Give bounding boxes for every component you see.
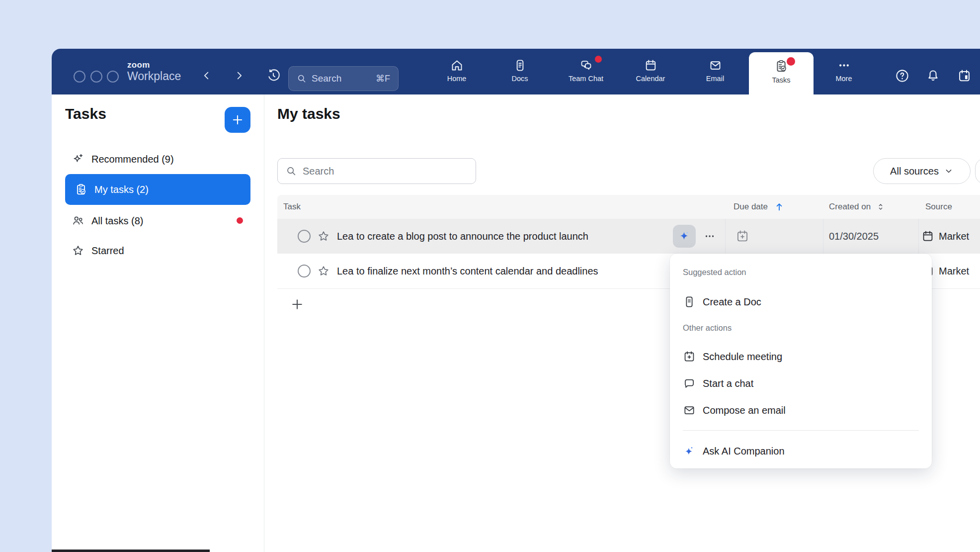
compose-email-icon	[683, 404, 696, 417]
my-tasks-icon	[75, 183, 87, 196]
task-action-menu: Suggested action Create a Doc Other acti…	[670, 254, 932, 468]
nav-calendar-label: Calendar	[636, 75, 665, 83]
menu-item-schedule-meeting[interactable]: Schedule meeting	[675, 345, 927, 368]
add-row-button[interactable]	[286, 293, 308, 315]
cell-divider	[725, 219, 726, 254]
menu-section-other: Other actions	[683, 323, 732, 333]
menu-item-label: Start a chat	[703, 378, 753, 389]
source-cell: Market	[921, 219, 980, 254]
history-icon	[266, 69, 280, 83]
brand-logo: zoom Workplace	[127, 61, 181, 82]
task-title[interactable]: Lea to finalize next month’s content cal…	[337, 254, 598, 288]
menu-item-label: Create a Doc	[703, 296, 761, 308]
source-filter-label: All sources	[890, 166, 939, 177]
nav-team-chat-label: Team Chat	[569, 75, 603, 83]
source-filter-dropdown[interactable]: All sources	[873, 158, 971, 184]
nav-email[interactable]: Email	[688, 53, 742, 92]
sidebar-item-label: My tasks (2)	[94, 184, 149, 195]
window-control-close[interactable]	[74, 71, 85, 83]
nav-home[interactable]: Home	[429, 53, 484, 92]
help-icon	[895, 69, 909, 83]
email-icon	[709, 59, 722, 72]
nav-tasks-label: Tasks	[772, 76, 790, 84]
help-button[interactable]	[892, 66, 912, 86]
more-actions-button[interactable]	[701, 227, 719, 245]
search-shortcut: ⌘F	[376, 73, 390, 84]
sidebar-item-label: Recommended (9)	[91, 154, 174, 165]
nav-calendar[interactable]: Calendar	[623, 53, 678, 92]
start-chat-icon	[683, 377, 696, 390]
column-task[interactable]: Task	[283, 195, 301, 219]
dock-edge	[52, 550, 210, 552]
menu-item-label: Ask AI Companion	[703, 446, 785, 457]
cell-divider	[918, 219, 919, 254]
sidebar-item-label: Starred	[91, 245, 124, 257]
column-source[interactable]: Source	[925, 195, 952, 219]
add-task-button[interactable]	[225, 107, 250, 133]
sidebar-item-recommended[interactable]: Recommended (9)	[60, 147, 256, 171]
schedule-button[interactable]	[954, 66, 974, 86]
sort-ascending-icon[interactable]	[774, 201, 785, 212]
sidebar-divider	[264, 94, 264, 552]
menu-item-start-chat[interactable]: Start a chat	[675, 372, 927, 395]
sort-toggle-icon[interactable]	[876, 202, 886, 212]
nav-more[interactable]: More	[817, 53, 871, 92]
all-tasks-notification-dot	[237, 217, 243, 224]
ai-sparkle-icon	[677, 229, 691, 243]
sidebar-item-label: All tasks (8)	[91, 215, 143, 227]
menu-item-compose-email[interactable]: Compose an email	[675, 399, 927, 422]
menu-item-ask-ai-companion[interactable]: Ask AI Companion	[675, 440, 927, 462]
nav-team-chat[interactable]: Team Chat	[559, 53, 613, 92]
page-title: My tasks	[277, 105, 340, 122]
sparkles-icon	[72, 153, 84, 166]
task-search-input[interactable]	[302, 165, 453, 178]
task-search-field[interactable]	[277, 158, 476, 184]
more-icon	[837, 59, 851, 72]
search-icon	[286, 166, 297, 177]
column-due-date[interactable]: Due date	[734, 195, 785, 219]
team-chat-notification-dot	[595, 56, 602, 63]
star-toggle[interactable]	[317, 265, 330, 279]
notifications-button[interactable]	[923, 66, 943, 86]
menu-item-label: Schedule meeting	[703, 351, 782, 363]
window-control-minimize[interactable]	[90, 71, 102, 83]
history-button[interactable]	[266, 69, 280, 83]
cell-divider	[823, 219, 823, 254]
chevron-down-icon	[944, 166, 954, 176]
menu-section-suggested: Suggested action	[683, 268, 746, 277]
column-created-on-label: Created on	[829, 202, 871, 212]
star-toggle[interactable]	[317, 230, 330, 245]
forward-button[interactable]	[232, 69, 246, 83]
global-search-placeholder: Search	[312, 73, 376, 84]
global-search[interactable]: Search ⌘F	[288, 66, 399, 91]
sidebar-title: Tasks	[65, 105, 106, 122]
nav-email-label: Email	[706, 75, 724, 83]
task-title[interactable]: Lea to create a blog post to announce th…	[337, 219, 588, 254]
people-icon	[72, 214, 84, 227]
column-created-on[interactable]: Created on	[829, 195, 886, 219]
task-row-1[interactable]: Lea to create a blog post to announce th…	[277, 219, 980, 254]
star-icon	[72, 244, 84, 257]
create-doc-icon	[683, 295, 696, 308]
zoom-workplace-app: zoom Workplace Search ⌘F Home	[0, 0, 980, 552]
chevron-left-icon	[201, 70, 212, 81]
ai-companion-button[interactable]	[673, 225, 696, 248]
set-due-date-button[interactable]	[735, 229, 749, 245]
sidebar-item-starred[interactable]: Starred	[60, 239, 256, 263]
sidebar-item-my-tasks[interactable]: My tasks (2)	[65, 174, 250, 205]
menu-item-create-doc[interactable]: Create a Doc	[675, 290, 927, 313]
ai-companion-icon	[683, 445, 696, 458]
calendar-icon	[644, 59, 657, 72]
task-complete-checkbox[interactable]	[298, 230, 311, 243]
nav-docs[interactable]: Docs	[492, 53, 547, 92]
task-complete-checkbox[interactable]	[298, 265, 311, 277]
nav-more-label: More	[835, 75, 852, 83]
calendar-today-icon	[957, 69, 972, 83]
back-button[interactable]	[200, 69, 214, 83]
nav-tasks-active-tab[interactable]: Tasks	[749, 52, 814, 94]
brand-workplace: Workplace	[127, 71, 181, 82]
window-control-zoom[interactable]	[107, 71, 119, 83]
sidebar-item-all-tasks[interactable]: All tasks (8)	[60, 209, 256, 233]
plus-icon	[290, 297, 304, 311]
home-icon	[450, 59, 464, 72]
